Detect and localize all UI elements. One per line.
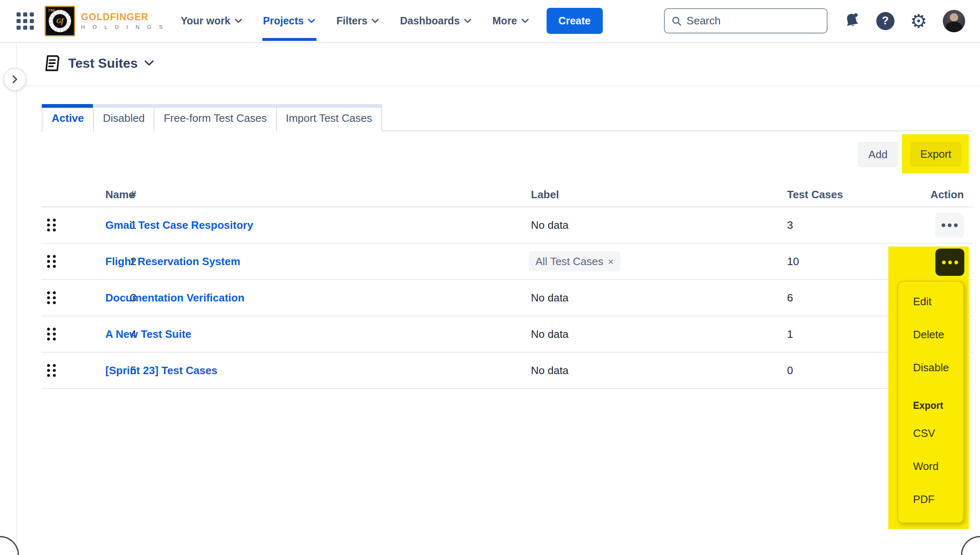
sidebar-divider bbox=[16, 43, 17, 555]
help-icon[interactable]: ? bbox=[876, 12, 894, 30]
label-chip-text: All Test Cases bbox=[535, 255, 603, 268]
page-header: Test Suites bbox=[43, 54, 155, 73]
drag-handle-icon[interactable] bbox=[47, 364, 56, 377]
menu-item-disable[interactable]: Disable bbox=[913, 361, 949, 374]
table-row: 4 A New Test Suite No data 1 bbox=[41, 316, 973, 353]
column-header-action: Action bbox=[884, 188, 964, 201]
menu-item-export-word[interactable]: Word bbox=[913, 460, 939, 473]
sidebar-expand-button[interactable] bbox=[3, 68, 26, 91]
page-title: Test Suites bbox=[68, 56, 138, 71]
tab-active[interactable]: Active bbox=[42, 104, 94, 132]
table-row: 2 Flight Reservation System All Test Cas… bbox=[41, 244, 973, 280]
title-divider bbox=[17, 85, 980, 86]
table-row: 5 [Sprint 23] Test Cases No data 0 bbox=[41, 353, 973, 389]
test-suites-table: # Name Label Test Cases Action 1 Gmail T… bbox=[41, 185, 973, 389]
logo-corner-mark: 79F bbox=[48, 8, 56, 12]
notifications-bell-icon[interactable] bbox=[843, 12, 861, 30]
logo-text: GOLDFINGER H O L D I N G S bbox=[81, 12, 166, 30]
nav-item-label: Your work bbox=[181, 15, 230, 27]
app-switcher-icon[interactable] bbox=[17, 12, 34, 30]
row-actions-button-active[interactable] bbox=[935, 249, 964, 276]
global-search[interactable] bbox=[664, 8, 828, 33]
menu-item-edit[interactable]: Edit bbox=[913, 295, 932, 308]
add-button[interactable]: Add bbox=[858, 142, 898, 167]
app-window: { "nav": { "logo": { "corner_mark": "79F… bbox=[0, 0, 980, 555]
nav-item-label: More bbox=[492, 15, 517, 27]
action-menu-highlight: Edit Delete Disable Export CSV Word PDF bbox=[888, 247, 969, 529]
nav-right-cluster: ? ⚙ bbox=[664, 8, 980, 33]
table-row: 3 Documentation Verification No data 6 bbox=[41, 280, 973, 316]
logo-mark: 79F Gf bbox=[45, 6, 75, 36]
chevron-down-icon bbox=[371, 18, 379, 24]
test-suite-link[interactable]: Documentation Verification bbox=[105, 292, 245, 304]
nav-item-label: Filters bbox=[336, 15, 367, 27]
nav-item-label: Dashboards bbox=[400, 15, 459, 27]
test-cases-count: 10 bbox=[787, 255, 799, 268]
drag-handle-icon[interactable] bbox=[47, 255, 56, 268]
label-cell: No data bbox=[531, 292, 568, 304]
label-cell: No data bbox=[531, 219, 568, 232]
menu-item-export-pdf[interactable]: PDF bbox=[913, 493, 935, 506]
primary-nav: Your work Projects Filters Dashboards Mo… bbox=[181, 15, 529, 27]
table-header-row: # Name Label Test Cases Action bbox=[41, 185, 973, 207]
column-header-test-cases: Test Cases bbox=[787, 188, 843, 201]
drag-handle-icon[interactable] bbox=[47, 328, 56, 341]
menu-section-export: Export bbox=[913, 400, 943, 411]
test-cases-count: 3 bbox=[787, 219, 793, 232]
user-avatar[interactable] bbox=[943, 10, 965, 32]
nav-item-more[interactable]: More bbox=[492, 15, 529, 27]
tab-free-form-test-cases[interactable]: Free-form Test Cases bbox=[154, 104, 276, 131]
test-suite-link[interactable]: A New Test Suite bbox=[105, 328, 191, 341]
create-button[interactable]: Create bbox=[547, 8, 603, 34]
nav-item-dashboards[interactable]: Dashboards bbox=[400, 15, 471, 27]
table-row: 1 Gmail Test Case Respository No data 3 bbox=[41, 207, 973, 244]
logo-monogram: Gf bbox=[53, 14, 67, 28]
settings-gear-icon[interactable]: ⚙ bbox=[910, 12, 927, 31]
test-suite-link[interactable]: [Sprint 23] Test Cases bbox=[105, 364, 217, 377]
test-cases-count: 6 bbox=[787, 292, 793, 304]
tab-bar: Active Disabled Free-form Test Cases Imp… bbox=[43, 104, 382, 132]
chevron-down-icon bbox=[521, 18, 529, 24]
test-cases-count: 1 bbox=[787, 328, 793, 341]
title-dropdown-chevron-icon[interactable] bbox=[144, 59, 155, 67]
export-button[interactable]: Export bbox=[910, 142, 961, 167]
drag-handle-icon[interactable] bbox=[47, 219, 56, 232]
window-corner-bottom-right bbox=[961, 536, 980, 555]
drag-handle-icon[interactable] bbox=[47, 292, 56, 304]
test-suite-link[interactable]: Flight Reservation System bbox=[105, 255, 240, 268]
label-chip: All Test Cases × bbox=[529, 251, 620, 272]
top-navigation-bar: 79F Gf GOLDFINGER H O L D I N G S Your w… bbox=[0, 0, 980, 43]
company-logo[interactable]: 79F Gf GOLDFINGER H O L D I N G S bbox=[45, 6, 166, 36]
nav-item-label: Projects bbox=[263, 15, 304, 27]
chevron-down-icon bbox=[234, 18, 243, 24]
export-button-highlight: Export bbox=[902, 134, 969, 173]
logo-division-name: H O L D I N G S bbox=[81, 24, 166, 30]
chevron-right-icon bbox=[12, 74, 18, 84]
logo-company-name: GOLDFINGER bbox=[81, 12, 166, 23]
label-cell: No data bbox=[531, 328, 568, 341]
chip-remove-icon[interactable]: × bbox=[608, 256, 614, 267]
tab-disabled[interactable]: Disabled bbox=[93, 104, 155, 131]
row-actions-menu: Edit Delete Disable Export CSV Word PDF bbox=[897, 281, 964, 523]
nav-item-filters[interactable]: Filters bbox=[336, 15, 379, 27]
nav-item-projects[interactable]: Projects bbox=[263, 15, 316, 27]
label-cell: No data bbox=[531, 364, 568, 377]
menu-item-export-csv[interactable]: CSV bbox=[913, 427, 935, 440]
chevron-down-icon bbox=[464, 18, 472, 24]
chevron-down-icon bbox=[307, 18, 316, 24]
document-lines-icon bbox=[42, 54, 63, 73]
search-icon bbox=[671, 15, 682, 27]
test-cases-count: 0 bbox=[787, 364, 793, 377]
nav-item-your-work[interactable]: Your work bbox=[181, 15, 242, 27]
column-header-name: Name bbox=[105, 188, 135, 201]
logo-gear-ring: Gf bbox=[49, 10, 71, 32]
tab-import-test-cases[interactable]: Import Test Cases bbox=[276, 104, 382, 131]
column-header-label: Label bbox=[531, 188, 559, 201]
search-input[interactable] bbox=[687, 14, 820, 27]
menu-item-delete[interactable]: Delete bbox=[913, 328, 944, 341]
test-suite-link[interactable]: Gmail Test Case Respository bbox=[105, 219, 253, 232]
row-actions-button[interactable] bbox=[935, 213, 964, 238]
